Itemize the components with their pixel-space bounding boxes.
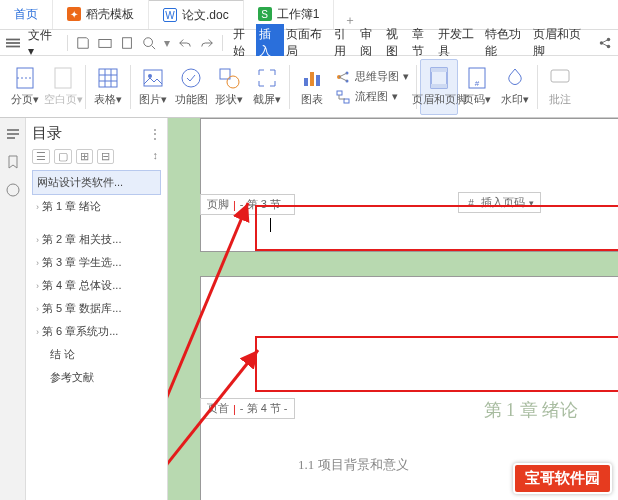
outline-item-6[interactable]: ›第 5 章 数据库...: [32, 297, 161, 320]
ribbon: 分页▾ 空白页▾ 表格▾ 图片▾ 功能图 形状▾ 截屏▾ 图表 思维导图 ▾ 流…: [0, 56, 618, 118]
rb-blankpage[interactable]: 空白页▾: [44, 59, 82, 115]
outline-title: 目录: [32, 124, 62, 143]
svg-rect-38: [551, 70, 569, 82]
svg-rect-12: [55, 68, 71, 88]
svg-line-6: [151, 45, 155, 49]
svg-rect-18: [144, 70, 162, 86]
svg-rect-0: [6, 38, 20, 40]
svg-rect-31: [337, 91, 342, 95]
svg-line-29: [339, 73, 347, 77]
open-icon[interactable]: [98, 36, 112, 50]
svg-rect-3: [99, 39, 111, 47]
outline-item-8[interactable]: 结 论: [32, 343, 161, 366]
tab-home[interactable]: 首页: [0, 0, 53, 29]
outline-panel: 目录⋮ ☰▢⊞⊟↕ 网站设计类软件...›第 1 章 绪论›第 2 章 相关技.…: [26, 118, 168, 500]
preview-icon[interactable]: [142, 36, 156, 50]
redo-icon[interactable]: [200, 36, 214, 50]
rb-flowchart[interactable]: 流程图 ▾: [335, 89, 409, 105]
rail-outline-icon[interactable]: [5, 126, 21, 142]
rail-bookmark-icon[interactable]: [5, 154, 21, 170]
rb-comment[interactable]: 批注: [541, 59, 579, 115]
left-rail: [0, 118, 26, 500]
rb-chart[interactable]: 图表: [293, 59, 331, 115]
svg-rect-4: [122, 37, 131, 48]
svg-point-42: [7, 184, 19, 196]
svg-text:#: #: [475, 79, 480, 88]
svg-point-9: [607, 44, 611, 48]
svg-rect-13: [99, 69, 117, 87]
rb-screenshot[interactable]: 截屏▾: [248, 59, 286, 115]
svg-point-5: [143, 37, 152, 46]
svg-rect-24: [310, 72, 314, 86]
svg-rect-40: [7, 133, 19, 135]
rb-featimg[interactable]: 功能图: [172, 59, 210, 115]
tab-doc[interactable]: W论文.doc: [149, 0, 244, 29]
outline-item-4[interactable]: ›第 3 章 学生选...: [32, 251, 161, 274]
outline-item-3[interactable]: ›第 2 章 相关技...: [32, 228, 161, 251]
rb-headerfooter[interactable]: 页眉和页脚: [420, 59, 458, 115]
outline-item-0[interactable]: 网站设计类软件...: [32, 170, 161, 195]
rb-shape[interactable]: 形状▾: [210, 59, 248, 115]
outline-item-7[interactable]: ›第 6 章系统功...: [32, 320, 161, 343]
svg-rect-34: [431, 68, 447, 72]
menu-icon[interactable]: [6, 36, 20, 50]
svg-point-7: [600, 41, 604, 45]
svg-rect-35: [431, 84, 447, 88]
template-icon: ✦: [67, 7, 81, 21]
tab-template[interactable]: ✦稻壳模板: [53, 0, 149, 29]
svg-rect-1: [6, 42, 20, 44]
rb-mindmap[interactable]: 思维导图 ▾: [335, 69, 409, 85]
outline-item-1[interactable]: ›第 1 章 绪论: [32, 195, 161, 218]
subsection-title: 1.1 项目背景和意义: [298, 456, 409, 474]
svg-point-8: [607, 37, 611, 41]
print-icon[interactable]: [120, 36, 134, 50]
save-icon[interactable]: [76, 36, 90, 50]
rb-table[interactable]: 表格▾: [89, 59, 127, 115]
menubar: 文件 ▾ ▾ 开始插入页面布局引用审阅视图章节开发工具特色功能页眉和页脚: [0, 30, 618, 56]
rb-pagenum[interactable]: #页码▾: [458, 59, 496, 115]
rail-help-icon[interactable]: [5, 182, 21, 198]
sheet-icon: S: [258, 7, 272, 21]
share-icon[interactable]: [598, 36, 612, 50]
rb-watermark[interactable]: 水印▾: [496, 59, 534, 115]
svg-rect-23: [304, 78, 308, 86]
svg-line-30: [339, 77, 347, 81]
undo-icon[interactable]: [178, 36, 192, 50]
svg-rect-25: [316, 75, 320, 86]
svg-rect-39: [7, 129, 19, 131]
insert-pagenum-button[interactable]: # 插入页码▾: [458, 192, 541, 213]
document-canvas[interactable]: 页脚|- 第 3 节 - # 插入页码▾ 页首|- 第 4 节 - 第 1 章 …: [168, 118, 618, 500]
rb-paging[interactable]: 分页▾: [6, 59, 44, 115]
outline-close[interactable]: ⋮: [149, 127, 161, 141]
doc-icon: W: [163, 8, 177, 22]
site-watermark: 宝哥软件园: [513, 463, 612, 494]
outline-item-9[interactable]: 参考文献: [32, 366, 161, 389]
svg-text:#: #: [468, 198, 474, 209]
svg-rect-32: [344, 99, 349, 103]
rb-picture[interactable]: 图片▾: [134, 59, 172, 115]
outline-tools[interactable]: ☰▢⊞⊟↕: [32, 149, 161, 164]
svg-point-20: [182, 69, 200, 87]
footer-tag-1[interactable]: 页脚|- 第 3 节 -: [200, 194, 295, 215]
chapter-title: 第 1 章 绪论: [484, 398, 579, 422]
file-menu[interactable]: 文件 ▾: [28, 27, 59, 58]
svg-point-22: [227, 76, 239, 88]
header-tag-2[interactable]: 页首|- 第 4 节 -: [200, 398, 295, 419]
svg-rect-2: [6, 45, 20, 47]
svg-rect-41: [7, 137, 15, 139]
outline-item-5[interactable]: ›第 4 章 总体设...: [32, 274, 161, 297]
